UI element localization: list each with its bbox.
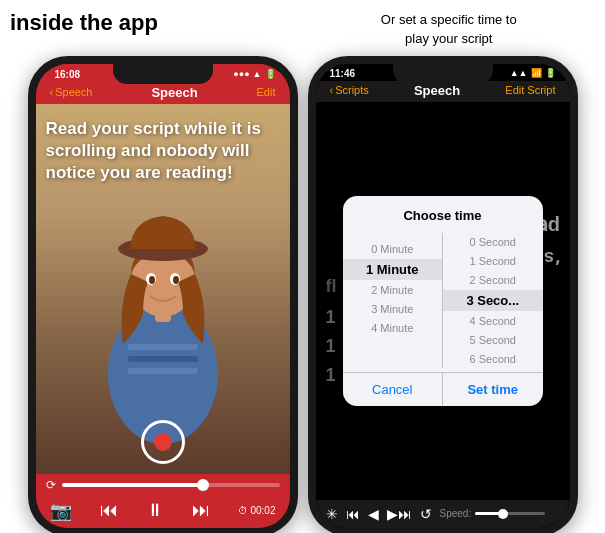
right-bottom-bar: ✳ ⏮ ◀ ▶⏭ ↺ Speed: (316, 500, 570, 528)
prev-icon[interactable]: ⏮ (346, 506, 360, 522)
dialog-buttons: Cancel Set time (343, 372, 543, 406)
left-nav-edit[interactable]: Edit (257, 86, 276, 98)
minutes-column[interactable]: 0 Minute 1 Minute 2 Minute 3 Minute 4 Mi… (343, 233, 443, 368)
right-status-time: 11:46 (330, 68, 356, 79)
picker-item-1second[interactable]: 1 Second (443, 252, 543, 270)
dialog-title: Choose time (343, 196, 543, 229)
right-nav-title: Speech (414, 83, 460, 98)
left-phone: 16:08 ●●● ▲ 🔋 ‹ Speech Speech Edit (28, 56, 298, 533)
picker-item-1minute[interactable]: 1 Minute (343, 259, 443, 280)
controls-row: 📷 ⏮ ⏸ ⏭ ⏱ 00:02 (46, 498, 280, 524)
left-nav-title: Speech (151, 85, 197, 100)
left-status-bar: 16:08 ●●● ▲ 🔋 (36, 64, 290, 83)
dialog-picker[interactable]: 0 Minute 1 Minute 2 Minute 3 Minute 4 Mi… (343, 229, 543, 372)
right-status-icons: ▲▲ 📶 🔋 (510, 68, 556, 78)
right-controls-row: ✳ ⏮ ◀ ▶⏭ ↺ Speed: (326, 506, 560, 522)
right-nav-back[interactable]: ‹ Scripts (330, 84, 369, 96)
right-header: Or set a specific time to play your scri… (381, 12, 517, 46)
script-overlay-text: Read your script while it is scrolling a… (46, 118, 280, 184)
settings-icon[interactable]: ✳ (326, 506, 338, 522)
set-time-button[interactable]: Set time (443, 373, 543, 406)
right-nav-bar: ‹ Scripts Speech Edit Script (316, 81, 570, 102)
cancel-button[interactable]: Cancel (343, 373, 444, 406)
picker-item-6second[interactable]: 6 Second (443, 350, 543, 368)
picker-item-2minute[interactable]: 2 Minute (343, 281, 443, 299)
rewind-icon[interactable]: ⏮ (100, 500, 118, 521)
speed-thumb (498, 509, 508, 519)
progress-thumb (197, 479, 209, 491)
next-icon[interactable]: ▶⏭ (387, 506, 412, 522)
picker-item-5second[interactable]: 5 Second (443, 331, 543, 349)
choose-time-dialog: Choose time 0 Minute 1 Minute 2 Minute 3… (343, 196, 543, 406)
left-bottom-bar: ⟳ 📷 ⏮ ⏸ ⏭ ⏱ 00:02 (36, 474, 290, 528)
svg-rect-3 (128, 368, 198, 374)
left-status-time: 16:08 (50, 68, 86, 81)
right-phone: 11:46 ▲▲ 📶 🔋 ‹ Scripts Speech Edit Scrip… (308, 56, 578, 533)
right-status-bar: 11:46 ▲▲ 📶 🔋 (316, 64, 570, 81)
loop-icon[interactable]: ↺ (420, 506, 432, 522)
dialog-overlay: Choose time 0 Minute 1 Minute 2 Minute 3… (316, 102, 570, 500)
picker-item-4minute[interactable]: 4 Minute (343, 319, 443, 337)
picker-item-0min[interactable] (343, 233, 443, 239)
svg-point-10 (173, 276, 179, 284)
svg-point-9 (149, 276, 155, 284)
fast-forward-icon[interactable]: ⏭ (192, 500, 210, 521)
progress-track[interactable] (62, 483, 280, 487)
right-nav-edit[interactable]: Edit Script (505, 84, 555, 96)
picker-item-0second[interactable]: 0 Second (443, 233, 543, 251)
seconds-column[interactable]: 0 Second 1 Second 2 Second 3 Seco... 4 S… (443, 233, 543, 368)
record-circle[interactable] (141, 420, 185, 464)
left-nav-back[interactable]: ‹ Speech (50, 86, 93, 98)
timer-display: ⏱ 00:02 (238, 505, 275, 516)
scrolling-text-area: pɐǝɹ punos ʻs˙ɹ ǝɥʇ fl ƃ 1 1 1 Choose ti… (316, 102, 570, 500)
left-nav-bar: ‹ Speech Speech Edit (36, 83, 290, 104)
progress-fill (62, 483, 204, 487)
camera-icon[interactable]: 📷 (50, 500, 72, 522)
svg-rect-2 (128, 356, 198, 362)
record-button-area (36, 410, 290, 474)
speed-track[interactable] (475, 512, 545, 515)
record-dot (154, 433, 172, 451)
progress-row: ⟳ (46, 478, 280, 492)
speed-label: Speed: (440, 508, 472, 519)
picker-item-2second[interactable]: 2 Second (443, 271, 543, 289)
picker-item-0minute[interactable]: 0 Minute (343, 240, 443, 258)
picker-item-4second[interactable]: 4 Second (443, 312, 543, 330)
play-pause-icon[interactable]: ⏸ (146, 500, 164, 521)
speed-icon: ⟳ (46, 478, 56, 492)
picker-item-3minute[interactable]: 3 Minute (343, 300, 443, 318)
rewind-icon[interactable]: ◀ (368, 506, 379, 522)
left-status-icons: ●●● ▲ 🔋 (233, 69, 275, 79)
left-content-area: Read your script while it is scrolling a… (36, 104, 290, 474)
picker-item-3second[interactable]: 3 Seco... (443, 290, 543, 311)
svg-rect-1 (128, 344, 198, 350)
speed-row: Speed: (440, 508, 546, 519)
left-header: inside the app (10, 10, 158, 35)
